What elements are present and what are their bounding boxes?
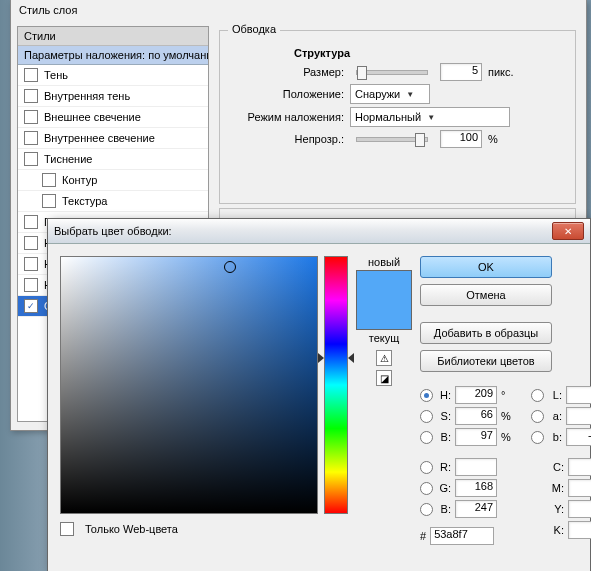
style-item-3[interactable]: Внутреннее свечение [18, 128, 208, 149]
layer-style-title: Стиль слоя [11, 0, 586, 20]
cancel-button[interactable]: Отмена [420, 284, 552, 306]
b2-radio[interactable] [420, 503, 433, 516]
size-label: Размер: [234, 66, 344, 78]
style-item-0[interactable]: Тень [18, 65, 208, 86]
r-radio[interactable] [420, 461, 433, 474]
style-checkbox[interactable] [24, 299, 38, 313]
opacity-label: Непрозр.: [234, 133, 344, 145]
new-color-label: новый [368, 256, 400, 268]
style-checkbox[interactable] [24, 89, 38, 103]
blending-options-row[interactable]: Параметры наложения: по умолчанию [18, 46, 208, 65]
color-picker-title: Выбрать цвет обводки: [54, 225, 552, 237]
size-slider[interactable] [356, 70, 428, 75]
style-item-label: Внутренняя тень [44, 90, 130, 102]
hue-arrow-left-icon [318, 353, 324, 363]
blend-combo[interactable]: Нормальный▼ [350, 107, 510, 127]
style-checkbox[interactable] [24, 257, 38, 271]
opacity-input[interactable]: 100 [440, 130, 482, 148]
close-icon: ✕ [564, 226, 572, 237]
style-checkbox[interactable] [24, 68, 38, 82]
style-checkbox[interactable] [24, 131, 38, 145]
style-item-label: Текстура [62, 195, 107, 207]
websafe-warning-icon[interactable]: ◪ [376, 370, 392, 386]
style-checkbox[interactable] [24, 278, 38, 292]
g-radio[interactable] [420, 482, 433, 495]
hex-input[interactable]: 53a8f7 [430, 527, 494, 545]
hex-label: # [420, 530, 426, 542]
ok-button[interactable]: OK [420, 256, 552, 278]
style-item-5[interactable]: Контур [18, 170, 208, 191]
size-unit: пикс. [488, 66, 514, 78]
style-checkbox[interactable] [42, 173, 56, 187]
style-item-label: Контур [62, 174, 97, 186]
opacity-unit: % [488, 133, 498, 145]
a-input[interactable]: -8 [566, 407, 591, 425]
r-input[interactable] [455, 458, 497, 476]
lab-cmyk-column: L:66 a:-8 b:-48 C:63% M:25% Y:0% K:0% [531, 386, 591, 545]
blend-label: Режим наложения: [234, 111, 344, 123]
gamut-warning-icon[interactable]: ⚠ [376, 350, 392, 366]
style-item-label: Тень [44, 69, 68, 81]
y-input[interactable]: 0 [568, 500, 591, 518]
color-picker-dialog: Выбрать цвет обводки: ✕ Только Web-цвета… [47, 218, 591, 571]
style-checkbox[interactable] [24, 152, 38, 166]
s-input[interactable]: 66 [455, 407, 497, 425]
c-input[interactable]: 63 [568, 458, 591, 476]
chevron-down-icon: ▼ [406, 90, 414, 99]
add-swatch-button[interactable]: Добавить в образцы [420, 322, 552, 344]
web-only-label: Только Web-цвета [85, 523, 178, 535]
color-cursor-icon [224, 261, 236, 273]
s-radio[interactable] [420, 410, 433, 423]
position-combo[interactable]: Снаружи▼ [350, 84, 430, 104]
opacity-slider[interactable] [356, 137, 428, 142]
color-preview [356, 270, 412, 330]
style-item-label: Тиснение [44, 153, 92, 165]
hue-arrow-right-icon [348, 353, 354, 363]
stroke-group: Обводка Структура Размер: 5 пикс. Положе… [219, 30, 576, 204]
l-input[interactable]: 66 [566, 386, 591, 404]
hsb-rgb-column: H:209° S:66% B:97% R: G:168 B:247 #53a8f… [420, 386, 513, 545]
style-item-1[interactable]: Внутренняя тень [18, 86, 208, 107]
current-color-label: текущ [369, 332, 400, 344]
h-radio[interactable] [420, 389, 433, 402]
m-input[interactable]: 25 [568, 479, 591, 497]
lb-radio[interactable] [531, 431, 544, 444]
b2-input[interactable]: 247 [455, 500, 497, 518]
style-checkbox[interactable] [42, 194, 56, 208]
close-button[interactable]: ✕ [552, 222, 584, 240]
style-checkbox[interactable] [24, 215, 38, 229]
hue-slider[interactable] [324, 256, 348, 514]
position-label: Положение: [234, 88, 344, 100]
a-radio[interactable] [531, 410, 544, 423]
web-only-checkbox[interactable] [60, 522, 74, 536]
structure-label: Структура [294, 47, 565, 59]
stroke-group-label: Обводка [228, 23, 280, 35]
style-item-label: Внутреннее свечение [44, 132, 155, 144]
color-libraries-button[interactable]: Библиотеки цветов [420, 350, 552, 372]
color-picker-titlebar[interactable]: Выбрать цвет обводки: ✕ [48, 219, 590, 244]
b-input[interactable]: 97 [455, 428, 497, 446]
current-color-swatch[interactable] [357, 300, 411, 329]
style-item-6[interactable]: Текстура [18, 191, 208, 212]
h-input[interactable]: 209 [455, 386, 497, 404]
style-item-label: Внешнее свечение [44, 111, 141, 123]
style-item-4[interactable]: Тиснение [18, 149, 208, 170]
color-field[interactable] [60, 256, 318, 514]
new-color-swatch [357, 271, 411, 300]
k-input[interactable]: 0 [568, 521, 591, 539]
style-item-2[interactable]: Внешнее свечение [18, 107, 208, 128]
l-radio[interactable] [531, 389, 544, 402]
chevron-down-icon: ▼ [427, 113, 435, 122]
style-checkbox[interactable] [24, 110, 38, 124]
styles-header[interactable]: Стили [18, 27, 208, 46]
size-input[interactable]: 5 [440, 63, 482, 81]
b-radio[interactable] [420, 431, 433, 444]
style-checkbox[interactable] [24, 236, 38, 250]
lb-input[interactable]: -48 [566, 428, 591, 446]
g-input[interactable]: 168 [455, 479, 497, 497]
